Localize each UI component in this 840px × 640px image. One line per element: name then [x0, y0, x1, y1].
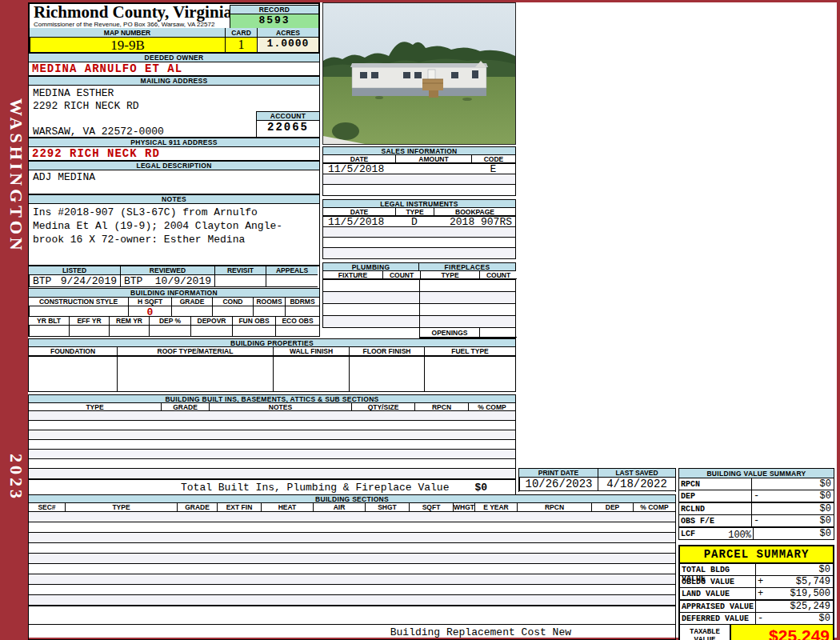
record-value: 8593	[230, 14, 318, 28]
record-label: RECORD	[230, 6, 318, 14]
sec-grade-label: GRADE	[177, 503, 217, 512]
legal-instruments-table: LEGAL INSTRUMENTS DATE TYPE BOOKPAGE 11/…	[322, 199, 516, 259]
bi-notes-label: NOTES	[209, 403, 351, 411]
last-saved-label: LAST SAVED	[598, 469, 675, 478]
openings-row: OPENINGS	[419, 328, 516, 338]
bvs-value: $0	[820, 478, 834, 490]
building-properties-label: BUILDING PROPERTIES	[28, 338, 516, 347]
ecoobs-label: ECO OBS	[275, 317, 319, 326]
acres-label: ACRES	[257, 28, 318, 38]
building-info-row1: CONSTRUCTION STYLE H SQFT GRADE COND ROO…	[28, 298, 320, 317]
sidebar-watermark: WASHINGTON	[2, 76, 26, 276]
notes-block: Ins #2018-907 (SL3-67C) from Arnulfo Med…	[28, 204, 320, 266]
sec-rpcn-label: RPCN	[517, 503, 591, 512]
building-sections-table: BUILDING SECTIONS SEC# TYPE GRADE EXT FI…	[28, 494, 676, 640]
building-information-label: BUILDING INFORMATION	[28, 288, 320, 298]
fuel-type-label: FUEL TYPE	[424, 347, 515, 356]
sec-air-label: AIR	[313, 503, 365, 512]
ps-row-deferred: DEFERRED VALUE - $0	[680, 613, 833, 625]
ps-value: $0	[819, 564, 833, 575]
funobs-label: FUN OBS	[232, 317, 275, 326]
revisit-value	[214, 275, 266, 287]
bvs-op: -	[752, 490, 759, 502]
built-ins-empty-rows	[28, 411, 516, 480]
building-properties-values	[28, 356, 516, 392]
notes-line: brook 16 X 72-owner: Esther Medina	[33, 233, 319, 246]
effyr-label: EFF YR	[69, 317, 109, 326]
bvs-value: $0	[820, 490, 834, 502]
yrblt-label: YR BLT	[29, 317, 69, 326]
built-ins-total-label: Total Built Ins, Plumbing & Fireplace Va…	[181, 482, 449, 494]
fireplace-type-label: TYPE	[420, 271, 479, 279]
ps-value: $0	[819, 613, 833, 624]
bdrms-value	[285, 306, 319, 317]
cond-value	[212, 306, 253, 317]
listed-value: BTP9/24/2019	[29, 275, 120, 287]
taxable-value-row: TAXABLE VALUE $25,249	[680, 625, 833, 640]
instr-date-value: 11/5/2018	[323, 217, 395, 227]
sales-date-label: DATE	[323, 155, 395, 163]
sec-dep-label: DEP	[591, 503, 633, 512]
ps-label: DEFERRED VALUE	[680, 613, 756, 624]
sales-information-table: SALES INFORMATION DATE AMOUNT CODE 11/5/…	[322, 146, 516, 196]
revisit-label: REVISIT	[214, 266, 266, 275]
physical-address-value: 2292 RICH NECK RD	[28, 147, 320, 161]
depovr-label: DEPOVR	[190, 317, 232, 326]
card-value: 1	[225, 38, 257, 53]
sales-date-value: 11/5/2018	[323, 164, 395, 174]
building-value-summary: BUILDING VALUE SUMMARY RPCN $0 DEP - $0 …	[678, 468, 834, 540]
deppct-label: DEP %	[149, 317, 190, 326]
bvs-value: $0	[820, 515, 834, 526]
hsqft-value: 0	[128, 306, 171, 317]
hsqft-label: H SQFT	[128, 298, 171, 306]
plumbing-fireplaces-table: PLUMBING FIREPLACES FIXTURE COUNT TYPE C…	[322, 262, 516, 338]
ps-label: LAND VALUE	[680, 588, 756, 599]
ps-row-totalbldg: TOTAL BLDG VALUE $0	[680, 564, 833, 576]
bvs-label: DEP	[679, 490, 751, 502]
print-date-value: 10/26/2023	[519, 478, 598, 491]
bi-type-label: TYPE	[29, 403, 161, 411]
ps-value: $19,500	[790, 588, 833, 599]
account-label: ACCOUNT	[257, 112, 319, 121]
instr-bookpage-value: 2018 907RS	[434, 217, 515, 227]
building-replacement-note: Building Replacement Cost New	[390, 626, 571, 638]
built-ins-label: BUILDING BUILT INS, BASEMENTS, ATTICS & …	[28, 394, 516, 403]
bi-comp-label: % COMP	[468, 403, 515, 411]
sec-shgt-label: SHGT	[365, 503, 409, 512]
grade-label: GRADE	[171, 298, 212, 306]
sales-amount-value	[395, 164, 471, 174]
sec-extfin-label: EXT FIN	[217, 503, 261, 512]
card-label: CARD	[225, 28, 257, 38]
plumbing-label: PLUMBING	[322, 262, 419, 271]
ps-op: -	[756, 613, 763, 624]
account-value: 22065	[257, 121, 319, 134]
built-ins-total-row: Total Built Ins, Plumbing & Fireplace Va…	[28, 480, 516, 495]
bi-grade-label: GRADE	[161, 403, 209, 411]
construction-style-value	[29, 306, 128, 317]
rooms-value	[253, 306, 285, 317]
plumbing-empty-rows	[322, 279, 516, 328]
sec-type-label: TYPE	[65, 503, 177, 512]
reviewed-date: 10/9/2019	[155, 275, 211, 287]
fireplace-count-label: COUNT	[479, 271, 517, 279]
fireplaces-label: FIREPLACES	[419, 262, 516, 271]
instr-type-label: TYPE	[395, 208, 434, 216]
deeded-owner-label: DEEDED OWNER	[28, 53, 320, 62]
foundation-label: FOUNDATION	[29, 347, 117, 356]
roof-label: ROOF TYPE/MATERIAL	[117, 347, 273, 356]
sales-empty-rows	[322, 174, 516, 196]
account-box: ACCOUNT 22065	[256, 111, 320, 138]
sec-num-label: SEC#	[29, 503, 65, 512]
instrument-empty-rows	[322, 227, 516, 259]
floor-finish-label: FLOOR FINISH	[349, 347, 424, 356]
reviewed-value: BTP10/9/2019	[120, 275, 214, 287]
county-title: Richmond County, Virginia	[34, 4, 232, 21]
listed-code: BTP	[33, 275, 51, 287]
instr-date-label: DATE	[323, 208, 395, 216]
building-sections-footer-row: Building Replacement Cost New	[28, 625, 676, 640]
ps-row-appraised: APPRAISED VALUE $25,249	[680, 601, 833, 613]
bvs-lcf-pct: 100%	[728, 530, 751, 539]
bi-rpcn-label: RPCN	[414, 403, 468, 411]
bi-qty-label: QTY/SIZE	[351, 403, 414, 411]
openings-value	[479, 328, 517, 338]
